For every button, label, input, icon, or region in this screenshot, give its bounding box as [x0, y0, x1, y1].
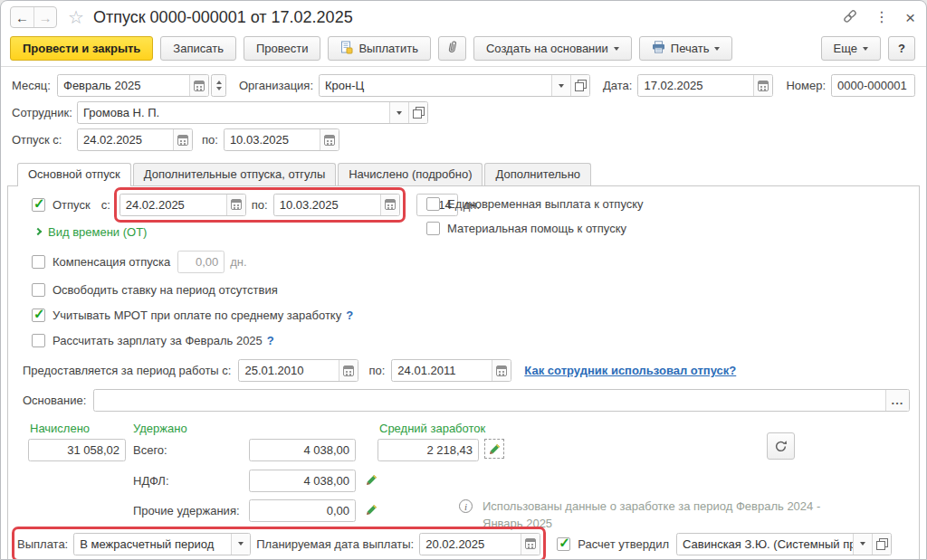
pay-label: Выплатить — [358, 42, 418, 55]
period-to-field[interactable]: 24.01.2011 — [391, 359, 511, 382]
tab-accrued-detail[interactable]: Начислено (подробно) — [338, 163, 483, 185]
calc-salary-help-link[interactable]: ? — [267, 334, 274, 347]
vacation-to-field[interactable]: 10.03.2025 — [224, 128, 339, 151]
month-calendar-button[interactable] — [189, 75, 208, 96]
ndfl-field[interactable]: 4 038,00 — [249, 470, 356, 492]
get-link-icon[interactable] — [842, 8, 858, 27]
vacation-from-value: 24.02.2025 — [78, 129, 173, 150]
other-withholdings-field[interactable]: 0,00 — [249, 499, 356, 522]
material-help-checkbox[interactable] — [426, 222, 440, 235]
mrot-label: Учитывать МРОТ при оплате по среднему за… — [53, 308, 341, 322]
attachments-button[interactable] — [438, 36, 466, 61]
vacation-to-label: по: — [202, 133, 218, 147]
period-from-value: 25.01.2010 — [239, 360, 339, 381]
employee-dropdown-button[interactable] — [389, 102, 408, 123]
period-from-calendar-button[interactable] — [339, 360, 358, 381]
other-withholdings-edit-button[interactable] — [363, 501, 379, 517]
withheld-label: Удержано — [133, 422, 187, 435]
planned-date-field[interactable]: 20.02.2025 — [419, 533, 540, 555]
vacation-from-calendar-button[interactable] — [173, 129, 192, 150]
organization-value: Крон-Ц — [320, 75, 551, 96]
number-field[interactable]: 0000-000001 — [831, 74, 915, 97]
post-and-close-button[interactable]: Провести и закрыть — [10, 36, 153, 61]
pay-button[interactable]: Выплатить — [328, 36, 431, 61]
chevron-down-icon — [397, 111, 402, 115]
info-icon: i — [459, 499, 473, 513]
organization-dropdown-button[interactable] — [551, 75, 570, 96]
month-spinner[interactable] — [211, 74, 226, 97]
from-date-calendar-button[interactable] — [226, 195, 245, 215]
payment-type-dropdown-button[interactable] — [231, 534, 250, 555]
tab-main-vacation[interactable]: Основной отпуск — [17, 163, 131, 185]
withheld-total-label: Всего: — [133, 443, 167, 457]
create-based-on-button[interactable]: Создать на основании — [473, 36, 632, 61]
approved-label: Расчет утвердил — [578, 537, 669, 551]
calendar-icon — [496, 365, 507, 376]
employee-open-button[interactable] — [408, 102, 427, 123]
basis-label: Основание: — [23, 394, 86, 407]
pencil-icon — [366, 504, 377, 516]
vacation-checkbox[interactable] — [32, 198, 45, 212]
chevron-down-icon — [559, 84, 564, 88]
from-label: с: — [101, 198, 110, 212]
approved-by-dropdown-button[interactable] — [853, 534, 872, 555]
free-rate-checkbox[interactable] — [32, 283, 45, 297]
post-button[interactable]: Провести — [244, 36, 321, 61]
employee-field[interactable]: Громова Н. П. — [77, 101, 428, 124]
period-to-calendar-button[interactable] — [492, 360, 511, 381]
vacation-dates-annotation: 24.02.2025 по: 10.03.2025 — [119, 194, 400, 216]
planned-date-calendar-button[interactable] — [521, 534, 540, 555]
more-actions-button[interactable]: Еще — [821, 36, 881, 61]
back-arrow-icon: ← — [15, 10, 29, 25]
vacation-usage-link[interactable]: Как сотрудник использовал отпуск? — [524, 364, 736, 377]
basis-ellipsis-button[interactable]: ... — [885, 390, 909, 411]
onetime-payment-label: Единовременная выплата к отпуску — [447, 197, 644, 211]
toolbar: Провести и закрыть Записать Провести Вып… — [1, 33, 926, 67]
organization-open-button[interactable] — [570, 75, 589, 96]
to-date-field[interactable]: 10.03.2025 — [273, 194, 400, 216]
more-menu-icon[interactable]: ⋮ — [874, 10, 889, 24]
mrot-help-link[interactable]: ? — [346, 308, 353, 322]
from-date-field[interactable]: 24.02.2025 — [119, 194, 246, 216]
favorite-star-icon[interactable]: ☆ — [68, 8, 84, 26]
forward-button[interactable]: → — [33, 7, 56, 27]
save-button[interactable]: Записать — [160, 36, 236, 61]
period-from-field[interactable]: 25.01.2010 — [238, 359, 358, 382]
printer-icon — [652, 41, 665, 56]
compensation-checkbox[interactable] — [32, 255, 45, 269]
approved-checkbox[interactable] — [557, 537, 570, 551]
calc-salary-label: Рассчитать зарплату за Февраль 2025 — [53, 334, 263, 347]
close-icon[interactable]: × — [905, 9, 915, 26]
month-field[interactable]: Февраль 2025 — [57, 74, 209, 97]
approved-by-field[interactable]: Савинская З.Ю. (Системный про — [676, 533, 892, 555]
expander-chevron-icon[interactable] — [34, 228, 42, 235]
ndfl-edit-button[interactable] — [363, 471, 379, 488]
to-date-calendar-button[interactable] — [380, 195, 399, 215]
vacation-from-field[interactable]: 24.02.2025 — [77, 128, 193, 151]
accrued-field[interactable]: 31 058,02 — [28, 439, 126, 461]
approved-by-open-button[interactable] — [872, 534, 891, 555]
time-kind-link[interactable]: Вид времени (ОТ) — [48, 225, 147, 239]
withheld-total-field[interactable]: 4 038,00 — [249, 439, 356, 461]
date-calendar-button[interactable] — [753, 75, 772, 96]
tab-additional-vacations[interactable]: Дополнительные отпуска, отгулы — [133, 163, 337, 185]
payment-type-field[interactable]: В межрасчетный период — [73, 533, 251, 555]
back-button[interactable]: ← — [11, 7, 33, 27]
nav-history-group: ← → — [10, 6, 57, 28]
mrot-checkbox[interactable] — [32, 308, 45, 322]
average-earnings-edit-button[interactable] — [486, 441, 502, 457]
compensation-unit-label: дн. — [230, 255, 246, 269]
date-field[interactable]: 17.02.2025 — [637, 74, 773, 97]
print-button[interactable]: Печать — [639, 36, 733, 61]
calc-salary-checkbox[interactable] — [32, 334, 45, 347]
organization-field[interactable]: Крон-Ц — [319, 74, 590, 97]
help-button[interactable]: ? — [888, 36, 915, 61]
vacation-to-calendar-button[interactable] — [320, 129, 339, 150]
average-earnings-field[interactable]: 2 218,43 — [377, 439, 479, 461]
basis-field[interactable]: ... — [93, 389, 910, 412]
onetime-payment-checkbox[interactable] — [426, 197, 440, 211]
compensation-days-field[interactable]: 0,00 — [177, 251, 225, 273]
tab-additional[interactable]: Дополнительно — [484, 163, 591, 185]
recalculate-button[interactable] — [767, 432, 795, 460]
from-date-value: 24.02.2025 — [120, 195, 226, 215]
